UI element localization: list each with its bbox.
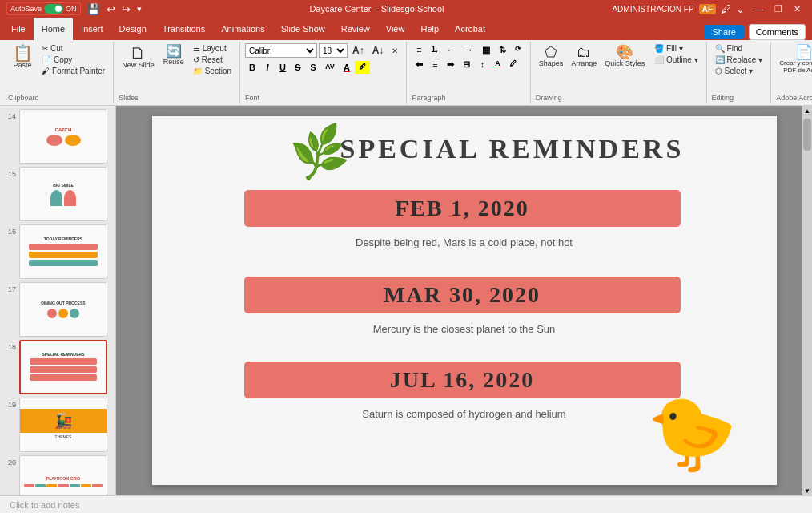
- new-slide-button[interactable]: 🗋 New Slide: [119, 43, 158, 71]
- desc-text-1: Despite being red, Mars is a cold place,…: [152, 235, 777, 249]
- create-pdf-button[interactable]: 📄 Crear y compartir PDF de Adobe: [776, 43, 812, 75]
- highlight-button[interactable]: 🖊: [355, 61, 370, 74]
- paste-button[interactable]: 📋 Paste: [8, 43, 37, 71]
- direction-button[interactable]: ⇅: [495, 43, 510, 57]
- shape-fill-button[interactable]: 🪣 Fill ▾: [651, 43, 701, 54]
- align-right-button[interactable]: ➡: [443, 58, 458, 71]
- tab-transitions[interactable]: Transitions: [155, 18, 213, 40]
- char-spacing-button[interactable]: AV: [321, 61, 339, 74]
- autosave-badge[interactable]: AutoSave ON: [6, 2, 81, 15]
- tab-acrobat[interactable]: Acrobat: [447, 18, 493, 40]
- list-item[interactable]: 17 DINING OUT PROCESS: [3, 282, 112, 337]
- format-buttons: B I U S S AV A 🖊: [245, 61, 370, 74]
- ribbon-collapse[interactable]: ⌄: [736, 3, 745, 15]
- arrange-button[interactable]: 🗂 Arrange: [568, 43, 600, 69]
- ribbon-tabs-bar: File Home Insert Design Transitions Anim…: [0, 18, 812, 40]
- slide-thumb-17[interactable]: DINING OUT PROCESS: [19, 282, 107, 337]
- pen-icon[interactable]: 🖊: [721, 3, 731, 15]
- tab-slideshow[interactable]: Slide Show: [273, 18, 333, 40]
- underline-button[interactable]: U: [275, 61, 290, 74]
- autosave-on: ON: [66, 5, 77, 13]
- reset-button[interactable]: ↺ Reset: [190, 55, 235, 65]
- scrollbar-up-arrow[interactable]: ▲: [802, 106, 812, 115]
- copy-button[interactable]: 📄 Copy: [38, 55, 108, 65]
- slide-thumb-18[interactable]: SPECIAL REMINDERS: [19, 340, 107, 394]
- clear-format-button[interactable]: ✕: [388, 46, 401, 56]
- save-icon[interactable]: 💾: [87, 3, 100, 15]
- list-item[interactable]: 16 TODAY REMINDERS: [3, 224, 112, 279]
- share-button[interactable]: Share: [704, 25, 743, 39]
- slide-thumb-19[interactable]: 🚂 THEMES: [19, 398, 107, 452]
- shape-outline-button[interactable]: ⬜ Outline ▾: [651, 55, 701, 65]
- undo-icon[interactable]: ↩: [107, 3, 115, 15]
- bold-button[interactable]: B: [245, 61, 259, 74]
- autosave-toggle[interactable]: [44, 4, 63, 14]
- layout-button[interactable]: ☰ Layout: [190, 43, 235, 54]
- italic-button[interactable]: I: [260, 61, 275, 74]
- tab-help[interactable]: Help: [412, 18, 447, 40]
- highlight2-button[interactable]: 🖊: [505, 58, 521, 71]
- slides-label: Slides: [119, 92, 139, 102]
- font-color2-button[interactable]: A: [490, 58, 504, 71]
- tab-animations[interactable]: Animations: [213, 18, 272, 40]
- list-item[interactable]: 18 SPECIAL REMINDERS: [3, 340, 112, 394]
- canvas-area[interactable]: 🌿 SPECIAL REMINDERS FEB 1, 2020 Despite …: [116, 106, 812, 495]
- vertical-scrollbar[interactable]: ▲ ▼: [802, 106, 812, 495]
- font-family-select[interactable]: Calibri: [245, 43, 317, 58]
- columns-button[interactable]: ▦: [478, 43, 494, 57]
- notes-placeholder[interactable]: Click to add notes: [10, 500, 79, 510]
- convert-button[interactable]: ⟳: [511, 43, 525, 57]
- section-button[interactable]: 📁 Section: [190, 66, 235, 76]
- numbering-button[interactable]: 1.: [427, 43, 441, 57]
- date-banner-1: FEB 1, 2020: [244, 190, 681, 227]
- minimize-button[interactable]: —: [750, 4, 768, 14]
- slide-thumb-14[interactable]: CATCH: [19, 109, 107, 164]
- notes-bar[interactable]: Click to add notes: [0, 495, 812, 513]
- select-button[interactable]: ⬡ Select ▾: [712, 66, 757, 76]
- format-painter-button[interactable]: 🖌 Format Painter: [38, 66, 108, 76]
- list-item[interactable]: 15 BIG SMILE: [3, 167, 112, 221]
- replace-button[interactable]: 🔄 Replace ▾: [712, 55, 766, 65]
- align-center-button[interactable]: ≡: [428, 58, 442, 71]
- font-size-select[interactable]: 18: [319, 43, 348, 58]
- list-item[interactable]: 14 CATCH: [3, 109, 112, 164]
- find-button[interactable]: 🔍 Find: [712, 43, 746, 54]
- slide-thumb-15[interactable]: BIG SMILE: [19, 167, 107, 221]
- bullets-button[interactable]: ≡: [412, 43, 426, 57]
- comments-button[interactable]: Comments: [749, 24, 806, 40]
- font-color-button[interactable]: A: [340, 61, 354, 74]
- reuse-slides-button[interactable]: 🔄 Reuse: [159, 43, 188, 67]
- scrollbar-down-arrow[interactable]: ▼: [802, 486, 812, 495]
- shapes-button[interactable]: ⬠ Shapes: [536, 43, 567, 69]
- tab-review[interactable]: Review: [333, 18, 378, 40]
- justify-button[interactable]: ⊟: [459, 58, 474, 71]
- redo-icon[interactable]: ↪: [122, 3, 131, 15]
- tab-home[interactable]: Home: [34, 18, 73, 40]
- decrease-font-button[interactable]: A↓: [369, 44, 388, 57]
- close-button[interactable]: ✕: [789, 4, 806, 14]
- adobe-group: 📄 Crear y compartir PDF de Adobe ✍ Solic…: [771, 42, 812, 103]
- line-spacing-button[interactable]: ↕: [475, 58, 489, 71]
- cut-button[interactable]: ✂ Cut: [38, 43, 108, 54]
- list-item[interactable]: 20 PLAYROOM GRID: [3, 455, 112, 495]
- restore-button[interactable]: ❐: [770, 4, 787, 14]
- tab-insert[interactable]: Insert: [73, 18, 111, 40]
- scrollbar-thumb[interactable]: [803, 119, 811, 151]
- slides-group: 🗋 New Slide 🔄 Reuse ☰ Layout ↺ Reset 📁 S…: [114, 42, 240, 103]
- tab-design[interactable]: Design: [111, 18, 155, 40]
- tab-file[interactable]: File: [3, 18, 34, 40]
- slide-thumb-16[interactable]: TODAY REMINDERS: [19, 224, 107, 279]
- increase-font-button[interactable]: A↑: [349, 44, 368, 57]
- reuse-icon: 🔄: [166, 45, 182, 58]
- align-left-button[interactable]: ⬅: [412, 58, 427, 71]
- tab-view[interactable]: View: [378, 18, 413, 40]
- indent-decrease-button[interactable]: ←: [443, 43, 460, 57]
- quick-styles-button[interactable]: 🎨 Quick Styles: [601, 43, 648, 69]
- slide-thumb-20[interactable]: PLAYROOM GRID: [19, 455, 107, 495]
- shadow-button[interactable]: S: [306, 61, 320, 74]
- strikethrough-button[interactable]: S: [291, 61, 305, 74]
- slide-panel[interactable]: 14 CATCH 15 BIG SMILE: [0, 106, 116, 495]
- list-item[interactable]: 19 🚂 THEMES: [3, 398, 112, 452]
- indent-increase-button[interactable]: →: [460, 43, 477, 57]
- user-avatar[interactable]: AF: [699, 4, 716, 14]
